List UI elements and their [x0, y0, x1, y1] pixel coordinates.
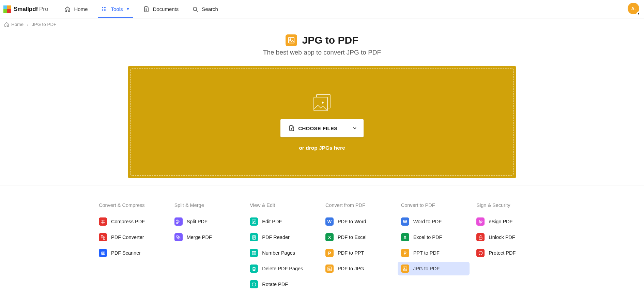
hero-image-icon: [286, 34, 297, 46]
avatar: A. ▼: [628, 3, 639, 14]
svg-rect-22: [177, 236, 178, 237]
W-icon: W: [401, 217, 409, 226]
breadcrumb-home[interactable]: Home: [4, 22, 24, 27]
tool-item-label: Delete PDF Pages: [262, 266, 303, 271]
tool-item[interactable]: PDF Converter: [95, 230, 168, 244]
tool-item[interactable]: PPDF to PPT: [322, 246, 394, 260]
svg-point-29: [328, 268, 329, 269]
tool-item-label: eSign PDF: [489, 219, 512, 224]
tool-item[interactable]: PPPT to PDF: [398, 246, 470, 260]
unlock-icon: [476, 233, 485, 241]
protect-icon: [476, 249, 485, 257]
tool-column-title: Split & Merge: [174, 202, 243, 208]
rotate-icon: [250, 280, 258, 288]
tool-column: Convert to PDFWWord to PDFXExcel to PDFP…: [401, 202, 470, 293]
logo[interactable]: Smallpdf Pro: [3, 5, 48, 13]
nav-search-label: Search: [202, 6, 218, 12]
svg-point-0: [102, 7, 103, 8]
page-subtitle: The best web app to convert JPG to PDF: [0, 49, 644, 56]
img-icon: [401, 265, 409, 273]
chevron-down-icon: ▼: [126, 7, 130, 11]
tool-item[interactable]: Split PDF: [171, 215, 243, 228]
file-plus-icon: [289, 125, 295, 131]
tool-item[interactable]: PDF Reader: [246, 230, 319, 244]
number-icon: [250, 249, 258, 257]
tool-item[interactable]: XExcel to PDF: [398, 230, 470, 244]
grid-icon: [101, 6, 107, 12]
sign-icon: [476, 217, 485, 226]
choose-files-label: CHOOSE FILES: [298, 125, 337, 131]
tool-column: Convert from PDFWPDF to WordXPDF to Exce…: [325, 202, 394, 293]
tool-item-label: PDF Scanner: [111, 250, 141, 256]
svg-point-11: [290, 39, 291, 40]
tool-item[interactable]: Edit PDF: [246, 215, 319, 228]
tool-item-label: Split PDF: [187, 219, 208, 224]
svg-point-3: [102, 9, 103, 10]
file-dropzone[interactable]: CHOOSE FILES or drop JPGs here: [128, 66, 516, 178]
breadcrumb-current: JPG to PDF: [32, 22, 57, 27]
avatar-initials: A.: [631, 6, 636, 11]
tool-column: View & EditEdit PDFPDF ReaderNumber Page…: [250, 202, 319, 293]
tool-column: Split & MergeSplit PDFMerge PDF: [174, 202, 243, 293]
tool-item[interactable]: XPDF to Excel: [322, 230, 394, 244]
svg-rect-10: [289, 37, 294, 43]
nav-tools[interactable]: Tools ▼: [94, 0, 136, 18]
brand-tier: Pro: [39, 6, 48, 13]
tool-column-title: Sign & Security: [476, 202, 545, 208]
tool-item[interactable]: JPG to PDF: [398, 262, 470, 275]
choose-files-group: CHOOSE FILES: [280, 119, 363, 137]
nav-documents[interactable]: Documents: [136, 0, 185, 18]
svg-point-21: [177, 222, 178, 224]
tool-item[interactable]: PDF Scanner: [95, 246, 168, 260]
nav-tools-label: Tools: [111, 6, 123, 12]
svg-point-19: [102, 252, 104, 254]
brand-name: Smallpdf: [14, 6, 38, 13]
tool-item[interactable]: WWord to PDF: [398, 215, 470, 228]
nav-search[interactable]: Search: [185, 0, 225, 18]
tool-item-label: Word to PDF: [413, 219, 442, 224]
edit-icon: [250, 217, 258, 226]
tool-item-label: Merge PDF: [187, 235, 212, 240]
svg-rect-32: [479, 237, 482, 239]
tool-item[interactable]: Protect PDF: [473, 246, 545, 260]
tool-item-label: Edit PDF: [262, 219, 282, 224]
tool-item-label: JPG to PDF: [413, 266, 440, 271]
tool-item[interactable]: WPDF to Word: [322, 215, 394, 228]
svg-rect-18: [101, 252, 105, 254]
convert-icon: [99, 233, 107, 241]
W-icon: W: [325, 217, 334, 226]
split-icon: [174, 217, 183, 226]
images-stack-icon: [312, 93, 332, 112]
svg-point-4: [104, 9, 105, 10]
compress-icon: [99, 217, 107, 226]
tool-item[interactable]: Merge PDF: [171, 230, 243, 244]
breadcrumb-separator: ›: [27, 22, 29, 27]
reader-icon: [250, 233, 258, 241]
tool-item[interactable]: Compress PDF: [95, 215, 168, 228]
svg-point-8: [106, 10, 107, 11]
tool-item[interactable]: Number Pages: [246, 246, 319, 260]
svg-rect-24: [252, 220, 256, 223]
breadcrumb-home-label: Home: [11, 22, 24, 27]
svg-rect-16: [101, 235, 103, 237]
tool-item[interactable]: Unlock PDF: [473, 230, 545, 244]
tool-column-title: Convert to PDF: [401, 202, 470, 208]
tool-item-label: PDF to Excel: [338, 235, 367, 240]
choose-files-dropdown[interactable]: [346, 119, 364, 137]
svg-point-6: [102, 10, 103, 11]
choose-files-button[interactable]: CHOOSE FILES: [280, 119, 346, 137]
tool-item[interactable]: PDF to JPG: [322, 262, 394, 275]
X-icon: X: [401, 233, 409, 241]
nav-documents-label: Documents: [153, 6, 179, 12]
tool-column: Convert & CompressCompress PDFPDF Conver…: [99, 202, 168, 293]
svg-rect-15: [102, 221, 104, 223]
nav-home[interactable]: Home: [58, 0, 94, 18]
P-icon: P: [401, 249, 409, 257]
X-icon: X: [325, 233, 334, 241]
user-menu[interactable]: A. ▼: [628, 3, 639, 14]
drop-hint: or drop JPGs here: [299, 145, 345, 151]
tool-item[interactable]: eSign PDF: [473, 215, 545, 228]
svg-point-31: [404, 268, 405, 269]
tool-item[interactable]: Delete PDF Pages: [246, 262, 319, 275]
tool-item[interactable]: Rotate PDF: [246, 277, 319, 291]
